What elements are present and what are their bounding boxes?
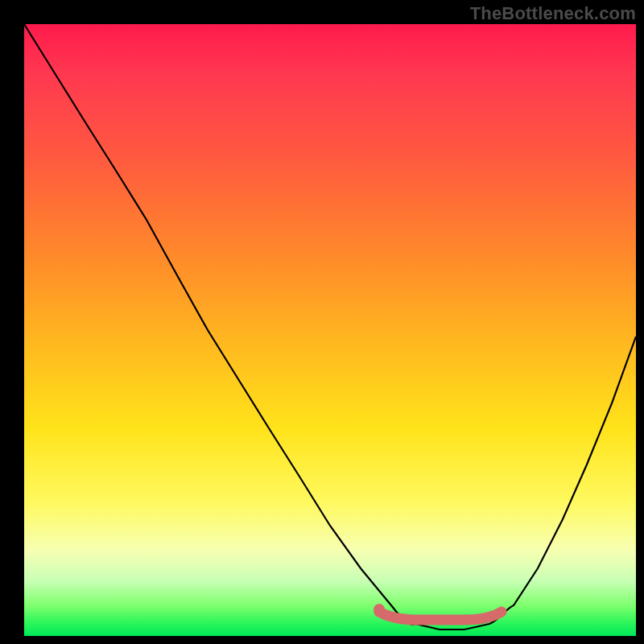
highlight-marker (374, 604, 385, 615)
highlight-band (379, 612, 502, 620)
plot-area (24, 24, 636, 636)
bottleneck-curve-svg (24, 24, 636, 636)
watermark-text: TheBottleneck.com (470, 3, 636, 24)
chart-frame: TheBottleneck.com (0, 0, 644, 644)
bottleneck-curve (24, 24, 636, 630)
